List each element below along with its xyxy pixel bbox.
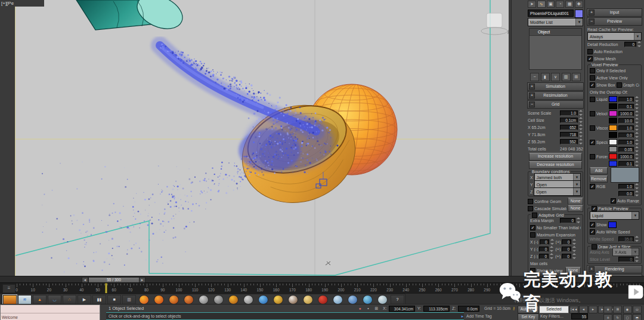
chevron-down-icon[interactable]: ▼: [631, 212, 639, 219]
checkbox[interactable]: [590, 97, 595, 102]
spinner-arrows[interactable]: [635, 236, 639, 242]
maximize-viewport-icon[interactable]: ⬒: [633, 314, 642, 320]
value-field[interactable]: 0: [562, 239, 571, 245]
coordinate-gizmo-icon[interactable]: ⊞: [373, 306, 380, 312]
fire-source-button[interactable]: ▲: [33, 295, 47, 304]
checkbox[interactable]: [590, 125, 595, 131]
channel-value-field[interactable]: 1.0: [618, 140, 634, 145]
channel-color-swatch[interactable]: [609, 96, 617, 102]
spinner-arrows[interactable]: [572, 246, 577, 252]
preset-explosion-2[interactable]: [184, 295, 194, 304]
checkbox[interactable]: [590, 154, 595, 159]
spinner-arrows[interactable]: [579, 117, 583, 123]
channel-value-field[interactable]: 1.0: [618, 125, 634, 131]
confine-geom-none-button[interactable]: None: [568, 198, 583, 205]
value-field[interactable]: 0.1cm: [560, 118, 578, 123]
maxscript-mini-listener[interactable]: Welcome: [0, 304, 100, 320]
channel-value-field[interactable]: 0.1: [618, 161, 634, 167]
preset-steam[interactable]: [243, 295, 253, 304]
y-coordinate-field[interactable]: 113.335cm: [423, 306, 450, 312]
boundary-dropdown-z[interactable]: Open▼: [534, 187, 581, 196]
value-field[interactable]: 552: [560, 139, 578, 144]
checkbox[interactable]: [528, 206, 533, 211]
delete-cache-button[interactable]: ▥: [122, 295, 136, 304]
configure-modifier-icon[interactable]: ⊞: [572, 73, 581, 81]
channel-color-swatch[interactable]: [609, 118, 617, 124]
pin-stack-icon[interactable]: −: [530, 73, 539, 81]
x-coordinate-field[interactable]: 304.341cm: [389, 306, 415, 312]
spinner-arrows[interactable]: [579, 110, 583, 116]
spinner-arrows[interactable]: [635, 190, 639, 196]
checkbox[interactable]: [528, 199, 533, 204]
checkbox-checked[interactable]: [590, 184, 595, 189]
lock-selection-icon[interactable]: ▪: [365, 306, 371, 312]
spinner-arrows[interactable]: [637, 41, 642, 47]
show-end-result-icon[interactable]: ▮: [541, 73, 550, 81]
expand-icon[interactable]: +: [589, 10, 595, 16]
chevron-down-icon[interactable]: ▼: [634, 33, 641, 40]
slice-level-field[interactable]: 0: [618, 257, 634, 262]
checkbox[interactable]: [592, 244, 597, 250]
phoenix-logo-button[interactable]: [3, 295, 17, 304]
channel-value-field[interactable]: 1000.0: [618, 111, 634, 116]
viewport-perspective[interactable]: [+][Pe: [0, 0, 509, 276]
chevron-down-icon[interactable]: ▼: [573, 188, 580, 195]
pause-button[interactable]: ▮▮: [92, 295, 106, 304]
channel-value-field[interactable]: 10.0: [618, 118, 634, 124]
spinner-arrows[interactable]: [635, 183, 639, 189]
preset-candle[interactable]: [228, 295, 239, 304]
read-cache-dropdown[interactable]: Always▼: [587, 32, 642, 41]
checkbox-checked[interactable]: [611, 198, 616, 204]
expand-icon[interactable]: +: [529, 93, 535, 99]
channel-color-swatch[interactable]: [609, 153, 617, 159]
preset-butter[interactable]: [303, 295, 313, 304]
liquid-source-button[interactable]: ◡: [48, 295, 61, 304]
checkbox-checked[interactable]: [590, 222, 595, 227]
rollout-grid[interactable]: Grid−: [527, 100, 584, 109]
modifier-list-dropdown[interactable]: Modifier List ▼: [528, 18, 583, 26]
viewport-label[interactable]: [+][Pe: [1, 0, 44, 7]
channel-color-swatch[interactable]: [609, 132, 617, 138]
object-color-swatch[interactable]: [575, 10, 583, 18]
checkbox[interactable]: [530, 232, 535, 238]
spinner-arrows[interactable]: [635, 132, 639, 138]
preset-fire[interactable]: [139, 295, 149, 304]
preset-smoke-2[interactable]: [213, 295, 224, 304]
value-field[interactable]: 0: [560, 218, 575, 223]
mini-curve-editor-button[interactable]: ≡: [2, 284, 16, 293]
value-field[interactable]: 0: [539, 247, 549, 252]
remove-modifier-icon[interactable]: ▥: [562, 73, 571, 81]
stop-button[interactable]: ■: [107, 295, 121, 304]
rollout-preview[interactable]: Preview−: [587, 17, 642, 26]
tab-create-icon[interactable]: ➤: [528, 1, 536, 8]
preset-explosion[interactable]: [169, 295, 179, 304]
tab-hierarchy-icon[interactable]: ▣: [547, 1, 555, 8]
spinner-arrows[interactable]: [579, 131, 583, 137]
spinner-arrows[interactable]: [635, 125, 639, 131]
expand-icon[interactable]: +: [529, 84, 535, 90]
channel-value-field[interactable]: 0.1: [618, 104, 634, 109]
tab-utilities-icon[interactable]: ✚: [575, 1, 583, 8]
spinner-arrows[interactable]: [577, 217, 581, 223]
checkbox[interactable]: [590, 111, 595, 116]
object-name-field[interactable]: PhoenixFDLiquid001: [528, 10, 574, 17]
stack-item-object[interactable]: Object: [530, 29, 581, 36]
preset-splash[interactable]: [258, 295, 268, 304]
chevron-down-icon[interactable]: ▼: [575, 19, 583, 26]
modifier-stack[interactable]: Object: [529, 28, 582, 70]
cascade-simulator-none-button[interactable]: None: [568, 205, 583, 212]
checkbox[interactable]: [590, 75, 595, 81]
rollout-simulation[interactable]: Simulation+: [527, 82, 584, 91]
particle-type-dropdown[interactable]: Liquid▼: [590, 211, 639, 220]
rollout-resimulation[interactable]: Resimulation+: [527, 91, 584, 100]
tab-modify-icon[interactable]: ∿: [537, 1, 546, 8]
value-field[interactable]: 0: [562, 254, 571, 259]
particle-colors-button[interactable]: ∴: [63, 295, 76, 304]
make-unique-icon[interactable]: ∨: [551, 73, 560, 81]
spinner-arrows[interactable]: [550, 239, 555, 245]
channel-value-field[interactable]: 1000.0: [618, 154, 634, 159]
spinner-arrows[interactable]: [635, 103, 639, 109]
isolate-icon[interactable]: ●: [357, 306, 363, 312]
spinner-arrows[interactable]: [635, 96, 639, 102]
value-field[interactable]: 718: [560, 132, 578, 137]
